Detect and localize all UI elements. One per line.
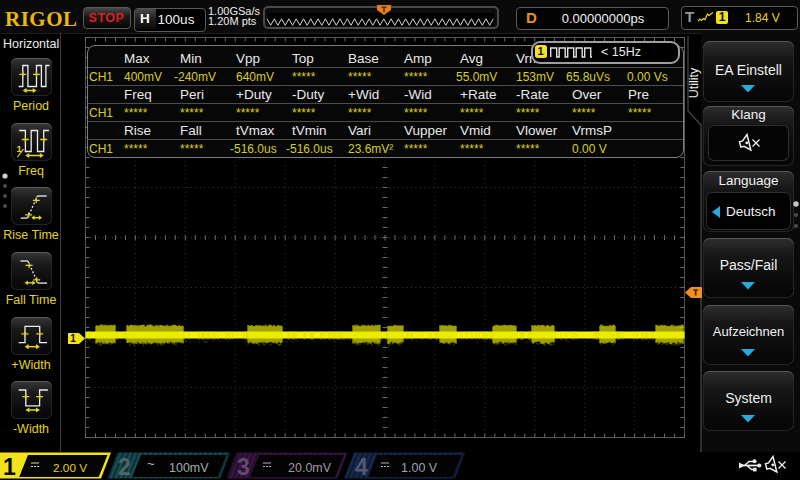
svg-text:~: ~ — [147, 456, 155, 471]
svg-text:1: 1 — [3, 454, 16, 480]
svg-text:4: 4 — [355, 454, 368, 480]
svg-text:1.00 V: 1.00 V — [401, 461, 438, 475]
svg-text:2: 2 — [118, 454, 131, 480]
svg-text:2.00 V: 2.00 V — [53, 461, 87, 475]
svg-text:100mV: 100mV — [169, 461, 209, 475]
svg-text:20.0mV: 20.0mV — [288, 461, 332, 475]
svg-text:3: 3 — [237, 454, 250, 480]
